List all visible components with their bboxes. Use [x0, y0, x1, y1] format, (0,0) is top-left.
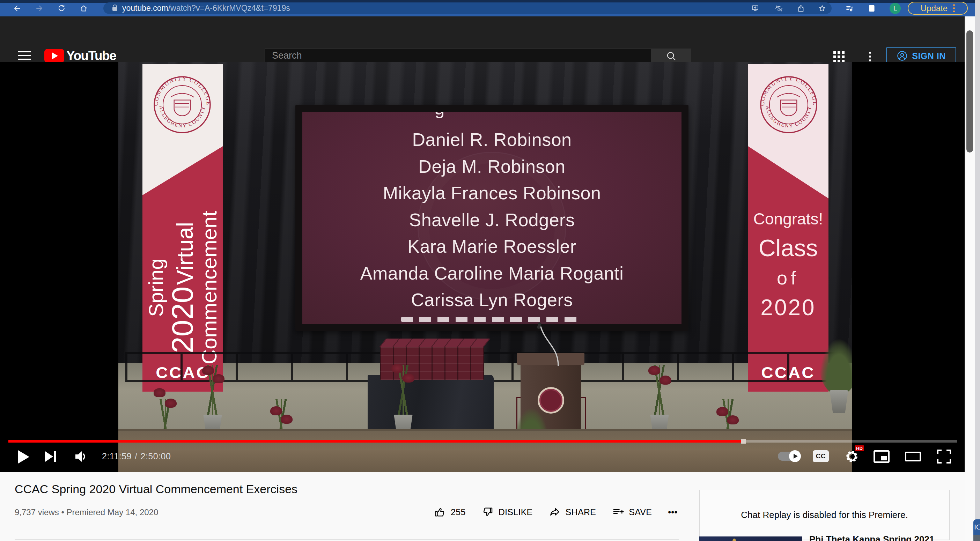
share-arrow-icon: [549, 506, 561, 518]
lock-icon: [113, 7, 117, 11]
video-meta: 9,737 views • Premiered May 14, 2020: [15, 508, 158, 517]
graduate-name: Deja M. Robinson: [302, 153, 681, 180]
banner-line: of: [748, 263, 829, 293]
theater-mode-button[interactable]: [905, 452, 921, 461]
video-title: CCAC Spring 2020 Virtual Commencement Ex…: [15, 482, 298, 496]
chat-replay-notice: Chat Replay is disabled for this Premier…: [741, 509, 908, 520]
share-icon[interactable]: [797, 4, 805, 13]
window-corner: [974, 535, 980, 541]
settings-gear-icon[interactable]: [845, 450, 859, 463]
save-button[interactable]: SAVE: [612, 506, 652, 518]
thumbnail-figure: [732, 539, 736, 541]
svg-text:COMMUNITY COLLEGE: COMMUNITY COLLEGE: [759, 75, 818, 106]
background-window-peek: IC: [974, 519, 980, 535]
graduate-name: Kara Marie Roessler: [302, 233, 681, 260]
thumbs-down-icon: [482, 506, 494, 518]
graduate-names-screen: g Daniel R. RobinsonDeja M. RobinsonMika…: [302, 112, 681, 324]
url-path: /watch?v=A-6KkrMVQz4&t=7919s: [168, 3, 290, 13]
youtube-play-icon: [45, 49, 64, 63]
volume-button[interactable]: [74, 450, 88, 464]
dislike-label: DISLIKE: [498, 507, 533, 517]
search-button[interactable]: [651, 49, 691, 63]
captions-button[interactable]: CC: [813, 450, 829, 462]
scrollbar-thumb[interactable]: [966, 30, 973, 153]
sign-in-button[interactable]: SIGN IN: [886, 48, 956, 64]
more-actions-button[interactable]: •••: [668, 507, 677, 517]
banner-line: 2020: [748, 293, 829, 323]
like-button[interactable]: 255: [434, 506, 466, 518]
section-divider: [15, 539, 679, 539]
duration: 2:50:00: [141, 451, 171, 461]
next-video-title[interactable]: Phi Theta Kappa Spring 2021: [809, 534, 934, 541]
video-player[interactable]: COMMUNITY COLLEGE ALLEGHENY COUNTY Sprin…: [0, 62, 965, 472]
partial-name-top: g: [302, 112, 681, 121]
update-button[interactable]: Update: [908, 2, 968, 15]
banner-line: Class: [748, 232, 829, 263]
next-button[interactable]: [45, 451, 56, 463]
banner-line: Virtual: [172, 222, 197, 285]
forward-button[interactable]: [35, 4, 43, 13]
sidebar-toggle-icon[interactable]: [867, 4, 876, 13]
youtube-masthead: YouTube Search SIGN IN: [0, 16, 965, 62]
url-bar[interactable]: youtube.com/watch?v=A-6KkrMVQz4&t=7919s: [103, 2, 832, 14]
share-button[interactable]: SHARE: [549, 506, 596, 518]
progress-bar[interactable]: [8, 440, 957, 442]
save-label: SAVE: [629, 507, 652, 517]
dislike-button[interactable]: DISLIKE: [482, 506, 533, 518]
banner-line: Congrats!: [748, 205, 829, 232]
youtube-apps-icon[interactable]: [834, 51, 836, 54]
banner-line: 2020: [165, 286, 199, 353]
svg-text:ALLEGHENY COUNTY: ALLEGHENY COUNTY: [765, 105, 813, 129]
autoplay-toggle[interactable]: [778, 452, 800, 461]
guide-menu-icon[interactable]: [18, 51, 31, 53]
next-video-thumbnail[interactable]: [699, 536, 802, 541]
microphone: [525, 321, 571, 366]
search-icon: [665, 50, 677, 61]
video-frame: COMMUNITY COLLEGE ALLEGHENY COUNTY Sprin…: [118, 62, 852, 472]
media-controls-icon[interactable]: [845, 4, 854, 13]
fullscreen-button[interactable]: [937, 450, 951, 463]
miniplayer-button[interactable]: [873, 450, 889, 463]
back-button[interactable]: [13, 4, 22, 13]
bookmark-star-icon[interactable]: [818, 4, 826, 13]
share-label: SHARE: [566, 507, 596, 517]
graduate-names-list: Daniel R. RobinsonDeja M. RobinsonMikayl…: [302, 126, 681, 313]
window-edge: [975, 0, 980, 541]
current-time: 2:11:59: [102, 451, 132, 461]
ccac-seal: COMMUNITY COLLEGE ALLEGHENY COUNTY: [754, 70, 824, 140]
eye-off-icon[interactable]: [775, 4, 783, 13]
settings-menu-icon[interactable]: [869, 52, 871, 54]
svg-text:COMMUNITY COLLEGE: COMMUNITY COLLEGE: [153, 75, 212, 106]
url-text[interactable]: youtube.com/watch?v=A-6KkrMVQz4&t=7919s: [122, 3, 290, 13]
update-label: Update: [921, 3, 948, 13]
url-host: youtube.com: [122, 3, 168, 13]
youtube-logo[interactable]: YouTube: [45, 49, 116, 63]
profile-avatar[interactable]: L: [889, 3, 901, 14]
search-placeholder: Search: [272, 50, 302, 61]
chat-replay-panel: Chat Replay is disabled for this Premier…: [699, 490, 950, 540]
time-display: 2:11:59/2:50:00: [102, 451, 171, 461]
like-count: 255: [451, 507, 466, 517]
podium-seal: [538, 387, 564, 414]
progress-scrubber[interactable]: [741, 439, 746, 444]
watch-page-info: CCAC Spring 2020 Virtual Commencement Ex…: [0, 472, 965, 541]
hd-badge: HD: [855, 446, 864, 451]
progress-fill: [8, 440, 741, 442]
svg-text:ALLEGHENY COUNTY: ALLEGHENY COUNTY: [159, 105, 206, 129]
graduate-name: Shavelle J. Rodgers: [302, 207, 681, 234]
graduate-name: Daniel R. Robinson: [302, 126, 681, 153]
home-button[interactable]: [80, 4, 88, 13]
page-scrollbar[interactable]: [965, 16, 975, 541]
browser-menu-icon[interactable]: [953, 4, 955, 6]
graduate-name: Mikayla Frances Robinson: [302, 180, 681, 207]
play-button[interactable]: [18, 450, 29, 463]
ccac-seal: COMMUNITY COLLEGE ALLEGHENY COUNTY: [147, 70, 217, 140]
potted-plant: [647, 369, 672, 438]
right-banner: COMMUNITY COLLEGE ALLEGHENY COUNTY Congr…: [748, 64, 829, 391]
install-icon[interactable]: [751, 4, 759, 13]
right-banner-text: Congrats! Class of 2020: [748, 205, 829, 323]
search-input[interactable]: Search: [265, 49, 651, 63]
reload-button[interactable]: [57, 4, 66, 13]
browser-window: youtube.com/watch?v=A-6KkrMVQz4&t=7919s …: [0, 0, 980, 541]
player-controls: 2:11:59/2:50:00 CC HD: [0, 446, 965, 467]
